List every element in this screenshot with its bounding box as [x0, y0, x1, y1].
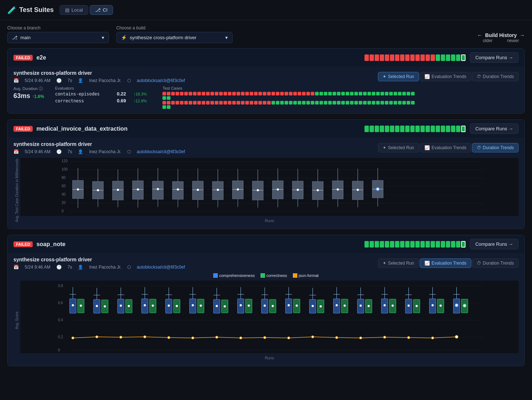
tab-eval-trends-medical[interactable]: 📈 Evaluation Trends [420, 143, 471, 152]
evaluator-name-0: contains-episodes [55, 91, 113, 97]
toolbar: Choose a branch ⎇ main ▾ Choose a build … [0, 20, 532, 48]
svg-point-53 [257, 189, 259, 191]
compare-runs-btn[interactable]: Compare Runs → [470, 52, 519, 63]
test-dot [237, 101, 240, 105]
newer-label: newer [507, 38, 519, 43]
test-dot [306, 101, 310, 105]
chart-wrapper: Avg. Test Case Duration in Milliseconds … [13, 158, 519, 223]
run-commit-medical[interactable]: autoblocksai/cli@6f3c0ef [137, 149, 185, 154]
build-select[interactable]: ⚡ synthesize cross-platform driver ▾ [116, 32, 233, 43]
mini-bar-item [390, 54, 394, 61]
test-dot [197, 101, 201, 105]
run-date: 5/24 9:46 AM [25, 78, 51, 83]
mini-bar-item [400, 241, 404, 248]
svg-point-187 [416, 305, 418, 307]
test-dot [306, 92, 310, 95]
test-dot [271, 92, 275, 95]
test-dot [363, 92, 367, 95]
test-dot [223, 92, 227, 95]
svg-point-57 [277, 188, 279, 191]
calendar-icon: 📅 [13, 149, 19, 154]
test-dot [380, 92, 384, 95]
svg-point-139 [72, 304, 74, 306]
mini-bar-item [395, 126, 399, 132]
svg-point-77 [376, 188, 379, 191]
test-dot [328, 92, 332, 95]
mini-bar-item [385, 126, 389, 132]
svg-point-145 [216, 305, 218, 307]
svg-point-188 [440, 305, 442, 307]
view-tabs-e2e: ✦ Selected Run 📈 Evaluation Trends ⏱ Dur… [378, 72, 519, 81]
svg-point-194 [168, 336, 170, 339]
test-dot [363, 101, 367, 105]
test-dot [402, 92, 406, 95]
chart-icon: 📈 [424, 261, 430, 266]
test-dot [258, 101, 262, 105]
suite-name-soap: soap_note [36, 241, 65, 248]
test-dot [215, 101, 218, 105]
svg-point-206 [455, 335, 458, 338]
failed-badge-medical: FAILED [13, 126, 33, 132]
run-commit[interactable]: autoblocksai/cli@6f3c0ef [137, 78, 185, 83]
tab-selected-run-medical[interactable]: ✦ Selected Run [378, 143, 419, 152]
tab-local[interactable]: ▤ Local [60, 5, 88, 15]
tab-eval-trends-soap[interactable]: 📈 Evaluation Trends [420, 258, 471, 268]
test-dot [219, 92, 223, 95]
code-icon: ⬡ [127, 78, 131, 83]
arrow-right-icon[interactable]: → [520, 32, 525, 38]
tab-eval-trends-e2e[interactable]: 📈 Evaluation Trends [420, 72, 471, 81]
run-info-header: synthesize cross-platform driver 📅 5/24 … [8, 66, 524, 83]
test-dot [337, 92, 340, 95]
mini-bar-item [405, 54, 410, 61]
mini-bar-item [446, 54, 450, 61]
monitor-icon: ▤ [65, 7, 69, 13]
mini-bar-item [364, 241, 369, 248]
test-dot [389, 92, 393, 95]
svg-point-17 [77, 188, 79, 191]
clock-icon: 🕐 [56, 149, 62, 154]
test-dot [206, 101, 210, 105]
test-dot [359, 101, 362, 105]
tab-selected-run-e2e[interactable]: ✦ Selected Run [378, 72, 419, 81]
test-dot [319, 92, 323, 95]
test-dot [289, 101, 293, 105]
svg-point-205 [432, 337, 434, 339]
svg-text:0.2: 0.2 [58, 335, 63, 339]
arrow-left-icon[interactable]: ← [477, 32, 482, 38]
test-dot [263, 101, 266, 105]
suite-header-right-medical: Compare Runs → [364, 123, 519, 134]
run-commit-soap[interactable]: autoblocksai/cli@6f3c0ef [137, 265, 185, 270]
test-cases-block: Test Cases [162, 86, 417, 109]
evaluator-name-1: correctness [55, 98, 113, 103]
compare-runs-btn-medical[interactable]: Compare Runs → [470, 123, 519, 134]
legend-json-format: json-format [293, 273, 319, 278]
test-dot [162, 101, 166, 105]
test-dot [367, 92, 371, 95]
svg-point-37 [177, 188, 179, 191]
tab-ci[interactable]: ⎇ CI [90, 5, 113, 15]
clock-icon: 🕐 [56, 78, 62, 83]
tab-selected-run-soap[interactable]: ✦ Selected Run [378, 258, 419, 268]
test-dot [258, 92, 262, 95]
test-dot [385, 101, 388, 105]
compare-runs-btn-soap[interactable]: Compare Runs → [470, 239, 519, 249]
mini-bar-item [364, 54, 369, 61]
run-left-medical: synthesize cross-platform driver 📅 5/24 … [13, 141, 185, 154]
tab-duration-trends-medical[interactable]: ⏱ Duration Trends [472, 143, 519, 152]
test-dot [280, 101, 284, 105]
suite-name-medical: medical_invoice_data_extraction [36, 126, 128, 132]
test-dot [332, 101, 336, 105]
branch-select[interactable]: ⎇ main ▾ [7, 32, 109, 43]
branch-value: main [20, 35, 31, 40]
test-dot [346, 101, 349, 105]
svg-point-144 [192, 304, 194, 306]
test-dot [293, 101, 297, 105]
tab-duration-trends-e2e[interactable]: ⏱ Duration Trends [472, 72, 519, 81]
svg-point-140 [96, 305, 98, 307]
tab-duration-trends-soap[interactable]: ⏱ Duration Trends [472, 258, 519, 268]
svg-text:0: 0 [58, 348, 60, 352]
test-dot [324, 101, 327, 105]
mini-bar-item [380, 54, 384, 61]
mini-bar-item [461, 54, 466, 61]
run-title-soap: synthesize cross-platform driver [13, 257, 185, 262]
